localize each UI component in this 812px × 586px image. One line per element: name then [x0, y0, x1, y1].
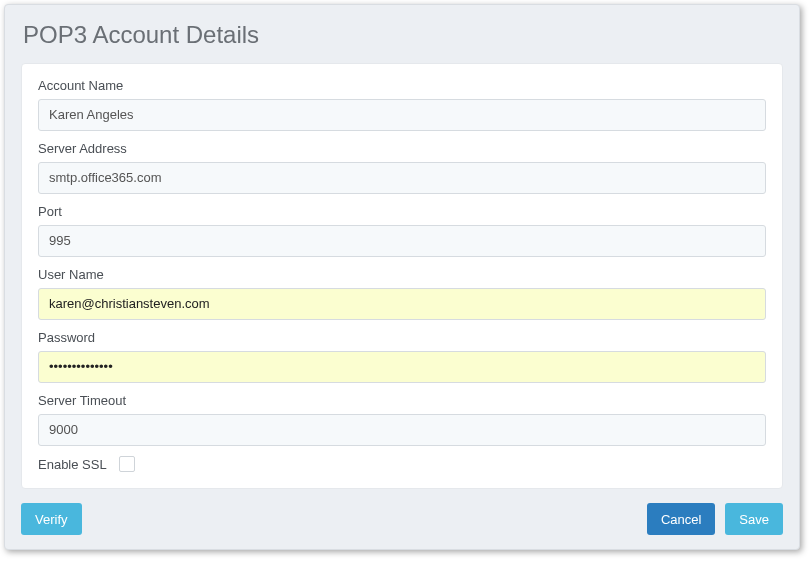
user-name-label: User Name — [38, 267, 766, 282]
account-name-label: Account Name — [38, 78, 766, 93]
account-name-input[interactable] — [38, 99, 766, 131]
form-card: Account Name Server Address Port User Na… — [21, 63, 783, 489]
port-label: Port — [38, 204, 766, 219]
field-server-address: Server Address — [38, 141, 766, 194]
port-input[interactable] — [38, 225, 766, 257]
field-user-name: User Name — [38, 267, 766, 320]
server-address-label: Server Address — [38, 141, 766, 156]
user-name-input[interactable] — [38, 288, 766, 320]
password-input[interactable] — [38, 351, 766, 383]
field-port: Port — [38, 204, 766, 257]
enable-ssl-checkbox[interactable] — [119, 456, 135, 472]
password-label: Password — [38, 330, 766, 345]
server-timeout-input[interactable] — [38, 414, 766, 446]
enable-ssl-label: Enable SSL — [38, 457, 107, 472]
field-account-name: Account Name — [38, 78, 766, 131]
field-server-timeout: Server Timeout — [38, 393, 766, 446]
field-password: Password — [38, 330, 766, 383]
server-timeout-label: Server Timeout — [38, 393, 766, 408]
dialog-title: POP3 Account Details — [23, 21, 783, 49]
cancel-button[interactable]: Cancel — [647, 503, 715, 535]
dialog-footer: Verify Cancel Save — [21, 503, 783, 535]
server-address-input[interactable] — [38, 162, 766, 194]
verify-button[interactable]: Verify — [21, 503, 82, 535]
save-button[interactable]: Save — [725, 503, 783, 535]
field-enable-ssl: Enable SSL — [38, 456, 766, 472]
pop3-account-details-dialog: POP3 Account Details Account Name Server… — [4, 4, 800, 550]
